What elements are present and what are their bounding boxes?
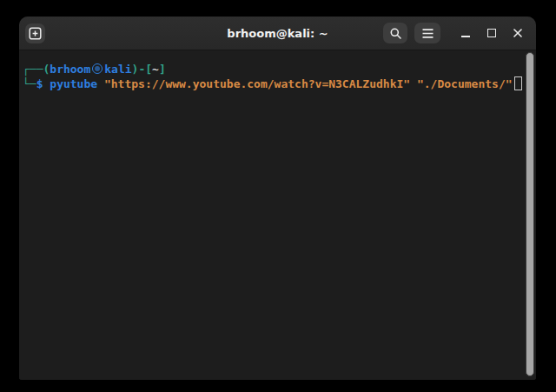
prompt-symbol: $ <box>36 77 43 90</box>
close-icon <box>513 28 523 38</box>
minimize-button[interactable] <box>456 23 475 43</box>
new-tab-button[interactable] <box>25 23 45 43</box>
kali-at-icon: ㉿ <box>92 63 103 74</box>
search-button[interactable] <box>383 23 407 43</box>
prompt-hostname: kali <box>104 63 131 76</box>
menu-button[interactable] <box>414 23 440 43</box>
minimize-icon <box>461 36 470 37</box>
close-button[interactable] <box>508 23 527 43</box>
scrollbar-thumb[interactable] <box>526 52 534 376</box>
hamburger-menu-icon <box>421 28 434 39</box>
command-arg-url: "https://www.youtube.com/watch?v=N3CALZu… <box>104 77 410 90</box>
magnifier-icon <box>389 27 402 40</box>
command-arg-dest: "./Documents/" <box>417 77 513 90</box>
prompt-frame-bottom: └─ <box>23 77 36 90</box>
maximize-icon <box>487 29 496 37</box>
prompt-line-2: └─$ pyutube "https://www.youtube.com/wat… <box>23 76 536 91</box>
command-text: pyutube <box>50 77 97 90</box>
desktop-background: brhoom@kali: ~ <box>0 0 556 392</box>
window-title: brhoom@kali: ~ <box>227 27 328 40</box>
text-cursor <box>514 76 522 90</box>
maximize-button[interactable] <box>482 23 501 43</box>
prompt-frame-open: ┌──( <box>23 63 50 76</box>
titlebar-controls <box>383 23 527 43</box>
prompt-line-1: ┌──(brhoom㉿kali)-[~] <box>23 62 536 76</box>
plus-square-icon <box>29 27 42 40</box>
prompt-frame-close: ] <box>159 63 166 76</box>
prompt-username: brhoom <box>50 63 90 76</box>
prompt-frame-mid: )-[ <box>132 63 152 76</box>
titlebar[interactable]: brhoom@kali: ~ <box>19 17 536 50</box>
terminal-window: brhoom@kali: ~ <box>19 17 536 380</box>
terminal-screen[interactable]: ┌──(brhoom㉿kali)-[~] └─$ pyutube "https:… <box>19 50 536 380</box>
prompt-cwd: ~ <box>152 63 159 76</box>
